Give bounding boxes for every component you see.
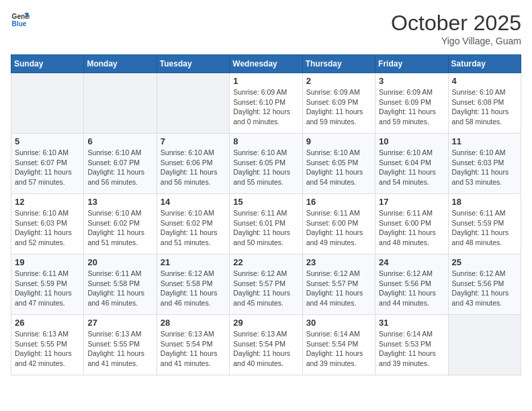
- calendar-cell: [157, 73, 229, 134]
- calendar-cell: [11, 73, 84, 134]
- calendar-cell: 8Sunrise: 6:10 AMSunset: 6:05 PMDaylight…: [230, 134, 302, 194]
- calendar-cell: 21Sunrise: 6:12 AMSunset: 5:58 PMDayligh…: [157, 255, 229, 315]
- weekday-header-tuesday: Tuesday: [157, 55, 229, 73]
- day-number: 31: [379, 318, 444, 328]
- weekday-row: SundayMondayTuesdayWednesdayThursdayFrid…: [11, 55, 521, 73]
- day-info: Sunrise: 6:11 AMSunset: 5:58 PMDaylight:…: [87, 269, 152, 308]
- calendar-header: SundayMondayTuesdayWednesdayThursdayFrid…: [11, 55, 521, 73]
- day-info: Sunrise: 6:10 AMSunset: 6:05 PMDaylight:…: [233, 148, 298, 187]
- day-number: 13: [87, 197, 152, 207]
- calendar-cell: 11Sunrise: 6:10 AMSunset: 6:03 PMDayligh…: [448, 134, 521, 194]
- day-number: 27: [87, 318, 152, 328]
- calendar-body: 1Sunrise: 6:09 AMSunset: 6:10 PMDaylight…: [11, 73, 521, 375]
- day-number: 21: [161, 257, 226, 267]
- day-number: 23: [306, 257, 371, 267]
- day-info: Sunrise: 6:11 AMSunset: 6:01 PMDaylight:…: [233, 208, 298, 248]
- day-number: 5: [15, 136, 80, 146]
- day-info: Sunrise: 6:13 AMSunset: 5:54 PMDaylight:…: [161, 329, 226, 369]
- day-info: Sunrise: 6:13 AMSunset: 5:54 PMDaylight:…: [233, 329, 298, 369]
- weekday-header-saturday: Saturday: [448, 55, 521, 73]
- day-info: Sunrise: 6:12 AMSunset: 5:57 PMDaylight:…: [233, 269, 298, 308]
- day-info: Sunrise: 6:10 AMSunset: 6:07 PMDaylight:…: [15, 148, 80, 187]
- day-info: Sunrise: 6:09 AMSunset: 6:09 PMDaylight:…: [379, 87, 444, 127]
- day-info: Sunrise: 6:11 AMSunset: 6:00 PMDaylight:…: [306, 208, 371, 248]
- weekday-header-friday: Friday: [375, 55, 448, 73]
- calendar-cell: 15Sunrise: 6:11 AMSunset: 6:01 PMDayligh…: [230, 194, 302, 255]
- weekday-header-thursday: Thursday: [302, 55, 375, 73]
- logo: General Blue: [11, 11, 30, 30]
- day-info: Sunrise: 6:10 AMSunset: 6:03 PMDaylight:…: [15, 208, 80, 248]
- calendar-cell: 27Sunrise: 6:13 AMSunset: 5:55 PMDayligh…: [84, 315, 157, 375]
- weekday-header-monday: Monday: [84, 55, 157, 73]
- calendar-cell: 6Sunrise: 6:10 AMSunset: 6:07 PMDaylight…: [84, 134, 157, 194]
- logo-icon: General Blue: [11, 11, 30, 30]
- day-info: Sunrise: 6:14 AMSunset: 5:53 PMDaylight:…: [379, 329, 444, 369]
- day-number: 19: [15, 257, 80, 267]
- calendar-cell: 18Sunrise: 6:11 AMSunset: 5:59 PMDayligh…: [448, 194, 521, 255]
- day-info: Sunrise: 6:10 AMSunset: 6:07 PMDaylight:…: [87, 148, 152, 187]
- calendar-cell: 22Sunrise: 6:12 AMSunset: 5:57 PMDayligh…: [230, 255, 302, 315]
- calendar-week-row: 19Sunrise: 6:11 AMSunset: 5:59 PMDayligh…: [11, 255, 521, 315]
- day-info: Sunrise: 6:10 AMSunset: 6:04 PMDaylight:…: [379, 148, 444, 187]
- calendar-table: SundayMondayTuesdayWednesdayThursdayFrid…: [11, 54, 521, 375]
- day-number: 1: [233, 76, 298, 86]
- calendar-cell: 24Sunrise: 6:12 AMSunset: 5:56 PMDayligh…: [375, 255, 448, 315]
- svg-text:Blue: Blue: [12, 20, 27, 28]
- calendar-cell: 25Sunrise: 6:12 AMSunset: 5:56 PMDayligh…: [448, 255, 521, 315]
- calendar-week-row: 1Sunrise: 6:09 AMSunset: 6:10 PMDaylight…: [11, 73, 521, 134]
- calendar-cell: 28Sunrise: 6:13 AMSunset: 5:54 PMDayligh…: [157, 315, 229, 375]
- day-info: Sunrise: 6:12 AMSunset: 5:56 PMDaylight:…: [379, 269, 444, 308]
- day-info: Sunrise: 6:10 AMSunset: 6:06 PMDaylight:…: [161, 148, 226, 187]
- calendar-cell: 10Sunrise: 6:10 AMSunset: 6:04 PMDayligh…: [375, 134, 448, 194]
- day-number: 26: [15, 318, 80, 328]
- day-number: 4: [452, 76, 517, 86]
- header: General Blue October 2025 Yigo Village, …: [11, 11, 521, 46]
- day-number: 17: [379, 197, 444, 207]
- calendar-cell: 29Sunrise: 6:13 AMSunset: 5:54 PMDayligh…: [230, 315, 302, 375]
- calendar-cell: 31Sunrise: 6:14 AMSunset: 5:53 PMDayligh…: [375, 315, 448, 375]
- day-info: Sunrise: 6:13 AMSunset: 5:55 PMDaylight:…: [87, 329, 152, 369]
- day-number: 22: [233, 257, 298, 267]
- calendar-cell: 2Sunrise: 6:09 AMSunset: 6:09 PMDaylight…: [302, 73, 375, 134]
- day-info: Sunrise: 6:09 AMSunset: 6:09 PMDaylight:…: [306, 87, 371, 127]
- day-info: Sunrise: 6:12 AMSunset: 5:56 PMDaylight:…: [452, 269, 517, 308]
- day-number: 11: [452, 136, 517, 146]
- calendar-cell: [448, 315, 521, 375]
- calendar-cell: 7Sunrise: 6:10 AMSunset: 6:06 PMDaylight…: [157, 134, 229, 194]
- day-info: Sunrise: 6:13 AMSunset: 5:55 PMDaylight:…: [15, 329, 80, 369]
- day-number: 3: [379, 76, 444, 86]
- calendar-cell: 1Sunrise: 6:09 AMSunset: 6:10 PMDaylight…: [230, 73, 302, 134]
- calendar-cell: 19Sunrise: 6:11 AMSunset: 5:59 PMDayligh…: [11, 255, 84, 315]
- day-info: Sunrise: 6:14 AMSunset: 5:54 PMDaylight:…: [306, 329, 371, 369]
- day-info: Sunrise: 6:10 AMSunset: 6:02 PMDaylight:…: [161, 208, 226, 248]
- day-number: 8: [233, 136, 298, 146]
- calendar-cell: 20Sunrise: 6:11 AMSunset: 5:58 PMDayligh…: [84, 255, 157, 315]
- day-number: 7: [161, 136, 226, 146]
- day-info: Sunrise: 6:11 AMSunset: 6:00 PMDaylight:…: [379, 208, 444, 248]
- day-info: Sunrise: 6:11 AMSunset: 5:59 PMDaylight:…: [452, 208, 517, 248]
- calendar-cell: [84, 73, 157, 134]
- calendar-cell: 16Sunrise: 6:11 AMSunset: 6:00 PMDayligh…: [302, 194, 375, 255]
- month-title: October 2025: [391, 11, 521, 36]
- calendar-cell: 30Sunrise: 6:14 AMSunset: 5:54 PMDayligh…: [302, 315, 375, 375]
- day-info: Sunrise: 6:10 AMSunset: 6:02 PMDaylight:…: [87, 208, 152, 248]
- day-number: 25: [452, 257, 517, 267]
- day-number: 2: [306, 76, 371, 86]
- calendar-cell: 5Sunrise: 6:10 AMSunset: 6:07 PMDaylight…: [11, 134, 84, 194]
- day-number: 9: [306, 136, 371, 146]
- title-area: October 2025 Yigo Village, Guam: [391, 11, 521, 46]
- day-number: 29: [233, 318, 298, 328]
- day-number: 16: [306, 197, 371, 207]
- day-number: 10: [379, 136, 444, 146]
- weekday-header-wednesday: Wednesday: [230, 55, 302, 73]
- calendar-week-row: 5Sunrise: 6:10 AMSunset: 6:07 PMDaylight…: [11, 134, 521, 194]
- calendar-cell: 4Sunrise: 6:10 AMSunset: 6:08 PMDaylight…: [448, 73, 521, 134]
- calendar-week-row: 12Sunrise: 6:10 AMSunset: 6:03 PMDayligh…: [11, 194, 521, 255]
- day-number: 14: [161, 197, 226, 207]
- day-number: 30: [306, 318, 371, 328]
- day-info: Sunrise: 6:12 AMSunset: 5:58 PMDaylight:…: [161, 269, 226, 308]
- day-info: Sunrise: 6:09 AMSunset: 6:10 PMDaylight:…: [233, 87, 298, 127]
- day-number: 28: [161, 318, 226, 328]
- day-info: Sunrise: 6:12 AMSunset: 5:57 PMDaylight:…: [306, 269, 371, 308]
- weekday-header-sunday: Sunday: [11, 55, 84, 73]
